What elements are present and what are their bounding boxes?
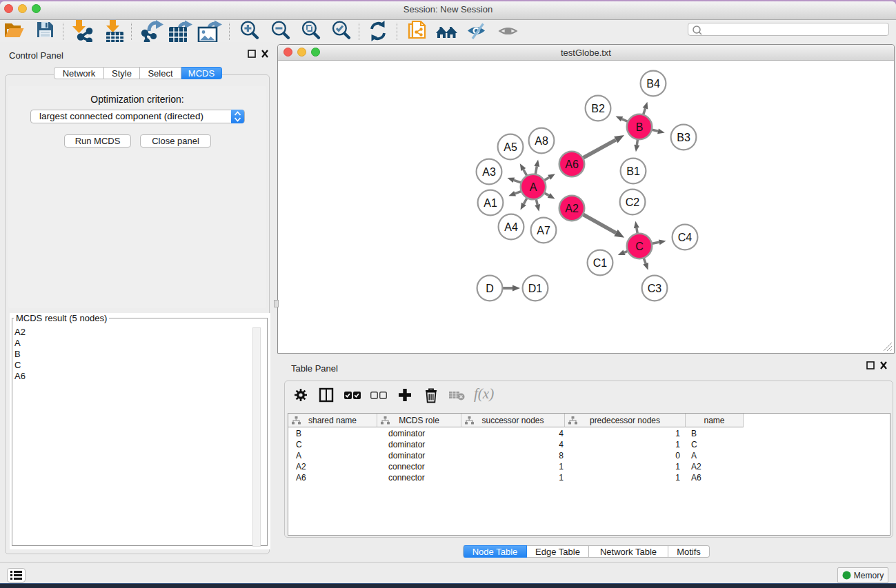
- svg-text:C3: C3: [648, 283, 662, 294]
- svg-text:B3: B3: [677, 132, 690, 143]
- svg-text:A3: A3: [482, 166, 496, 178]
- svg-text:A5: A5: [504, 141, 517, 153]
- svg-text:A6: A6: [565, 159, 579, 170]
- svg-text:A8: A8: [535, 135, 548, 147]
- svg-text:B1: B1: [626, 165, 640, 177]
- svg-text:D1: D1: [528, 283, 543, 294]
- svg-text:C: C: [635, 241, 644, 252]
- svg-text:D: D: [486, 283, 494, 294]
- svg-text:C1: C1: [593, 257, 608, 269]
- svg-text:A4: A4: [504, 221, 518, 233]
- svg-text:A: A: [530, 181, 537, 193]
- svg-text:A2: A2: [565, 203, 579, 214]
- svg-text:C2: C2: [626, 196, 640, 208]
- svg-text:B4: B4: [646, 78, 660, 90]
- svg-text:B2: B2: [591, 103, 605, 114]
- svg-text:A1: A1: [484, 197, 497, 209]
- svg-text:C4: C4: [678, 232, 693, 243]
- svg-text:B: B: [636, 121, 644, 133]
- svg-text:A7: A7: [537, 225, 550, 236]
